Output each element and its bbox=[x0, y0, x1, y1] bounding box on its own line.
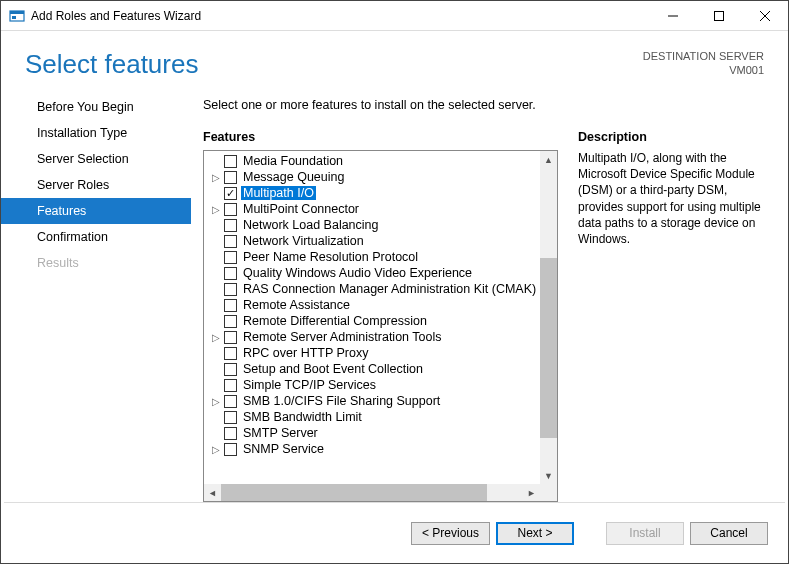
vertical-scrollbar[interactable]: ▲ ▼ bbox=[540, 151, 557, 484]
scroll-up-button[interactable]: ▲ bbox=[540, 151, 557, 168]
feature-checkbox[interactable] bbox=[224, 411, 237, 424]
minimize-button[interactable] bbox=[650, 1, 696, 31]
expand-icon[interactable]: ▷ bbox=[210, 331, 222, 343]
feature-row[interactable]: SMB Bandwidth Limit bbox=[204, 409, 540, 425]
feature-row[interactable]: Media Foundation bbox=[204, 153, 540, 169]
scroll-right-button[interactable]: ► bbox=[523, 484, 540, 501]
feature-checkbox[interactable] bbox=[224, 251, 237, 264]
feature-label[interactable]: Network Virtualization bbox=[241, 234, 366, 248]
feature-row[interactable]: Peer Name Resolution Protocol bbox=[204, 249, 540, 265]
main-panel: Select one or more features to install o… bbox=[191, 90, 788, 502]
feature-row[interactable]: Network Virtualization bbox=[204, 233, 540, 249]
horizontal-scrollbar[interactable]: ◄ ► bbox=[204, 484, 557, 501]
feature-label[interactable]: MultiPoint Connector bbox=[241, 202, 361, 216]
feature-row[interactable]: ▷MultiPoint Connector bbox=[204, 201, 540, 217]
feature-checkbox[interactable] bbox=[224, 427, 237, 440]
feature-label[interactable]: Peer Name Resolution Protocol bbox=[241, 250, 420, 264]
vscroll-thumb[interactable] bbox=[540, 258, 557, 438]
feature-row[interactable]: Network Load Balancing bbox=[204, 217, 540, 233]
nav-item-installation-type[interactable]: Installation Type bbox=[1, 120, 191, 146]
features-list[interactable]: Media Foundation▷Message QueuingMultipat… bbox=[204, 151, 540, 484]
feature-label[interactable]: Remote Differential Compression bbox=[241, 314, 429, 328]
feature-row[interactable]: ▷SNMP Service bbox=[204, 441, 540, 457]
feature-row[interactable]: ▷Remote Server Administration Tools bbox=[204, 329, 540, 345]
feature-row[interactable]: ▷Message Queuing bbox=[204, 169, 540, 185]
maximize-button[interactable] bbox=[696, 1, 742, 31]
feature-label[interactable]: SMTP Server bbox=[241, 426, 320, 440]
destination-label: DESTINATION SERVER bbox=[643, 49, 764, 63]
feature-label[interactable]: RAS Connection Manager Administration Ki… bbox=[241, 282, 538, 296]
feature-checkbox[interactable] bbox=[224, 379, 237, 392]
feature-label[interactable]: Remote Server Administration Tools bbox=[241, 330, 443, 344]
feature-row[interactable]: Setup and Boot Event Collection bbox=[204, 361, 540, 377]
close-button[interactable] bbox=[742, 1, 788, 31]
feature-checkbox[interactable] bbox=[224, 171, 237, 184]
svg-rect-2 bbox=[12, 16, 16, 19]
feature-label[interactable]: Simple TCP/IP Services bbox=[241, 378, 378, 392]
wizard-window: Add Roles and Features Wizard Select fea… bbox=[0, 0, 789, 564]
feature-row[interactable]: Remote Differential Compression bbox=[204, 313, 540, 329]
feature-checkbox[interactable] bbox=[224, 299, 237, 312]
feature-label[interactable]: Multipath I/O bbox=[241, 186, 316, 200]
scroll-corner bbox=[540, 484, 557, 501]
expand-icon[interactable]: ▷ bbox=[210, 395, 222, 407]
columns: Features Media Foundation▷Message Queuin… bbox=[203, 130, 768, 502]
previous-button[interactable]: < Previous bbox=[411, 522, 490, 545]
feature-label[interactable]: SMB Bandwidth Limit bbox=[241, 410, 364, 424]
feature-row[interactable]: Multipath I/O bbox=[204, 185, 540, 201]
features-column: Features Media Foundation▷Message Queuin… bbox=[203, 130, 558, 502]
nav-item-confirmation[interactable]: Confirmation bbox=[1, 224, 191, 250]
feature-checkbox[interactable] bbox=[224, 363, 237, 376]
feature-label[interactable]: Setup and Boot Event Collection bbox=[241, 362, 425, 376]
nav-item-server-roles[interactable]: Server Roles bbox=[1, 172, 191, 198]
scroll-down-button[interactable]: ▼ bbox=[540, 467, 557, 484]
cancel-button[interactable]: Cancel bbox=[690, 522, 768, 545]
feature-row[interactable]: RAS Connection Manager Administration Ki… bbox=[204, 281, 540, 297]
feature-checkbox[interactable] bbox=[224, 347, 237, 360]
titlebar: Add Roles and Features Wizard bbox=[1, 1, 788, 31]
expand-icon[interactable]: ▷ bbox=[210, 443, 222, 455]
feature-label[interactable]: Quality Windows Audio Video Experience bbox=[241, 266, 474, 280]
vscroll-track[interactable] bbox=[540, 168, 557, 467]
wizard-nav: Before You BeginInstallation TypeServer … bbox=[1, 90, 191, 502]
nav-item-features[interactable]: Features bbox=[1, 198, 191, 224]
hscroll-track[interactable] bbox=[221, 484, 523, 501]
feature-label[interactable]: RPC over HTTP Proxy bbox=[241, 346, 371, 360]
feature-label[interactable]: SNMP Service bbox=[241, 442, 326, 456]
features-heading: Features bbox=[203, 130, 558, 144]
feature-row[interactable]: RPC over HTTP Proxy bbox=[204, 345, 540, 361]
feature-checkbox[interactable] bbox=[224, 315, 237, 328]
feature-row[interactable]: SMTP Server bbox=[204, 425, 540, 441]
feature-row[interactable]: ▷SMB 1.0/CIFS File Sharing Support bbox=[204, 393, 540, 409]
feature-row[interactable]: Quality Windows Audio Video Experience bbox=[204, 265, 540, 281]
feature-label[interactable]: Media Foundation bbox=[241, 154, 345, 168]
feature-label[interactable]: Message Queuing bbox=[241, 170, 346, 184]
feature-row[interactable]: Simple TCP/IP Services bbox=[204, 377, 540, 393]
page-title: Select features bbox=[25, 49, 643, 80]
app-icon bbox=[9, 8, 25, 24]
feature-checkbox[interactable] bbox=[224, 235, 237, 248]
feature-row[interactable]: Remote Assistance bbox=[204, 297, 540, 313]
nav-item-results: Results bbox=[1, 250, 191, 276]
hscroll-thumb[interactable] bbox=[221, 484, 487, 501]
install-button[interactable]: Install bbox=[606, 522, 684, 545]
feature-checkbox[interactable] bbox=[224, 443, 237, 456]
feature-checkbox[interactable] bbox=[224, 187, 237, 200]
feature-checkbox[interactable] bbox=[224, 203, 237, 216]
nav-item-server-selection[interactable]: Server Selection bbox=[1, 146, 191, 172]
scroll-left-button[interactable]: ◄ bbox=[204, 484, 221, 501]
feature-checkbox[interactable] bbox=[224, 331, 237, 344]
expand-icon[interactable]: ▷ bbox=[210, 203, 222, 215]
feature-checkbox[interactable] bbox=[224, 155, 237, 168]
svg-rect-1 bbox=[10, 11, 24, 14]
feature-label[interactable]: SMB 1.0/CIFS File Sharing Support bbox=[241, 394, 442, 408]
expand-icon[interactable]: ▷ bbox=[210, 171, 222, 183]
feature-checkbox[interactable] bbox=[224, 283, 237, 296]
nav-item-before-you-begin[interactable]: Before You Begin bbox=[1, 94, 191, 120]
feature-label[interactable]: Network Load Balancing bbox=[241, 218, 381, 232]
feature-checkbox[interactable] bbox=[224, 267, 237, 280]
feature-checkbox[interactable] bbox=[224, 219, 237, 232]
feature-label[interactable]: Remote Assistance bbox=[241, 298, 352, 312]
feature-checkbox[interactable] bbox=[224, 395, 237, 408]
next-button[interactable]: Next > bbox=[496, 522, 574, 545]
